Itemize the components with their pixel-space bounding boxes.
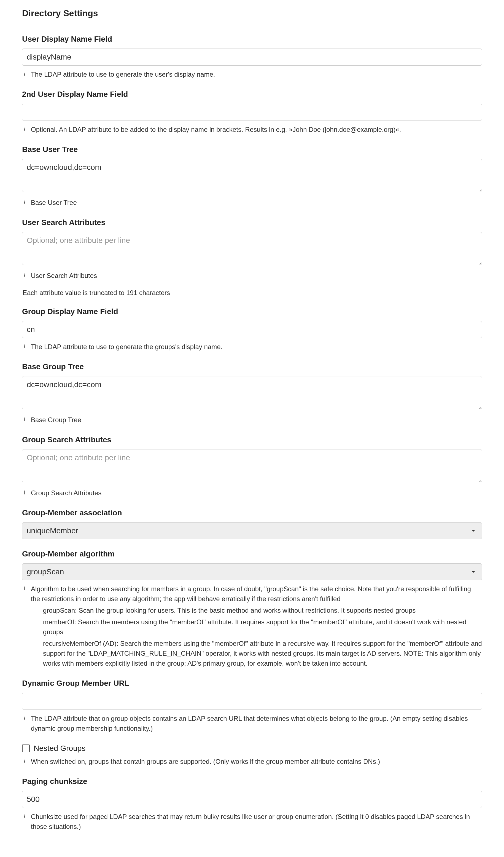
- info-icon: i: [22, 342, 27, 351]
- note-user-search-attributes: Each attribute value is truncated to 191…: [22, 289, 482, 297]
- field-user-display-name-2: 2nd User Display Name Field i Optional. …: [22, 90, 482, 135]
- textarea-user-search-attributes[interactable]: [22, 232, 482, 265]
- label-user-display-name: User Display Name Field: [22, 35, 482, 44]
- help-text: The LDAP attribute to use to generate th…: [31, 69, 215, 80]
- field-group-search-attributes: Group Search Attributes i Group Search A…: [22, 435, 482, 498]
- help-group-display-name: i The LDAP attribute to use to generate …: [22, 342, 482, 352]
- help-text: User Search Attributes: [31, 271, 97, 281]
- select-group-member-association[interactable]: uniqueMember: [22, 522, 482, 539]
- info-icon: i: [22, 69, 27, 78]
- help-base-user-tree: i Base User Tree: [22, 198, 482, 208]
- input-paging-chunksize[interactable]: [22, 791, 482, 808]
- help-user-display-name: i The LDAP attribute to use to generate …: [22, 69, 482, 80]
- settings-form: User Display Name Field i The LDAP attri…: [0, 26, 504, 853]
- help-text: When switched on, groups that contain gr…: [31, 757, 380, 767]
- input-group-display-name[interactable]: [22, 321, 482, 338]
- help-nested-groups: i When switched on, groups that contain …: [22, 757, 482, 767]
- field-paging-chunksize: Paging chunksize i Chunksize used for pa…: [22, 777, 482, 831]
- algorithm-subitem: memberOf: Search the members using the "…: [43, 617, 482, 637]
- textarea-group-search-attributes[interactable]: [22, 449, 482, 482]
- label-base-group-tree: Base Group Tree: [22, 362, 482, 371]
- algorithm-sublist: groupScan: Scan the group looking for us…: [43, 606, 482, 668]
- label-group-member-algorithm: Group-Member algorithm: [22, 550, 482, 558]
- help-text: The LDAP attribute to use to generate th…: [31, 342, 222, 352]
- help-dynamic-group-member-url: i The LDAP attribute that on group objec…: [22, 713, 482, 734]
- page-title: Directory Settings: [22, 8, 504, 18]
- checkbox-nested-groups[interactable]: [22, 744, 30, 752]
- help-paging-chunksize: i Chunksize used for paged LDAP searches…: [22, 812, 482, 831]
- algorithm-subitem: groupScan: Scan the group looking for us…: [43, 606, 482, 616]
- field-dynamic-group-member-url: Dynamic Group Member URL i The LDAP attr…: [22, 679, 482, 734]
- help-text: Base User Tree: [31, 198, 77, 208]
- label-paging-chunksize: Paging chunksize: [22, 777, 482, 786]
- help-text: Base Group Tree: [31, 415, 81, 425]
- help-base-group-tree: i Base Group Tree: [22, 415, 482, 425]
- help-group-member-algorithm: i Algorithm to be used when searching fo…: [22, 584, 482, 604]
- field-base-user-tree: Base User Tree i Base User Tree: [22, 145, 482, 208]
- label-group-search-attributes: Group Search Attributes: [22, 435, 482, 444]
- textarea-base-group-tree[interactable]: [22, 376, 482, 409]
- info-icon: i: [22, 812, 27, 820]
- info-icon: i: [22, 584, 27, 592]
- field-group-member-algorithm: Group-Member algorithm groupScan i Algor…: [22, 550, 482, 668]
- field-group-display-name: Group Display Name Field i The LDAP attr…: [22, 307, 482, 352]
- select-wrap: groupScan: [22, 563, 482, 580]
- help-user-display-name-2: i Optional. An LDAP attribute to be adde…: [22, 124, 482, 135]
- help-group-search-attributes: i Group Search Attributes: [22, 488, 482, 498]
- label-user-search-attributes: User Search Attributes: [22, 218, 482, 227]
- page-header: Directory Settings: [0, 0, 504, 26]
- field-nested-groups: Nested Groups i When switched on, groups…: [22, 744, 482, 767]
- help-text: Group Search Attributes: [31, 488, 101, 498]
- help-text: Chunksize used for paged LDAP searches t…: [31, 812, 482, 831]
- label-group-member-association: Group-Member association: [22, 508, 482, 517]
- info-icon: i: [22, 198, 27, 206]
- select-wrap: uniqueMember: [22, 522, 482, 539]
- info-icon: i: [22, 713, 27, 722]
- info-icon: i: [22, 124, 27, 133]
- field-base-group-tree: Base Group Tree i Base Group Tree: [22, 362, 482, 425]
- help-text: The LDAP attribute that on group objects…: [31, 713, 482, 734]
- input-user-display-name[interactable]: [22, 49, 482, 66]
- input-dynamic-group-member-url[interactable]: [22, 693, 482, 710]
- field-group-member-association: Group-Member association uniqueMember: [22, 508, 482, 539]
- help-text: Optional. An LDAP attribute to be added …: [31, 124, 401, 135]
- info-icon: i: [22, 415, 27, 423]
- info-icon: i: [22, 488, 27, 497]
- field-user-display-name: User Display Name Field i The LDAP attri…: [22, 35, 482, 80]
- field-user-search-attributes: User Search Attributes i User Search Att…: [22, 218, 482, 297]
- help-text: Algorithm to be used when searching for …: [31, 584, 482, 604]
- info-icon: i: [22, 757, 27, 765]
- label-dynamic-group-member-url: Dynamic Group Member URL: [22, 679, 482, 688]
- info-icon: i: [22, 271, 27, 279]
- checkbox-label-nested-groups: Nested Groups: [34, 744, 85, 753]
- algorithm-subitem: recursiveMemberOf (AD): Search the membe…: [43, 639, 482, 668]
- label-user-display-name-2: 2nd User Display Name Field: [22, 90, 482, 99]
- input-user-display-name-2[interactable]: [22, 104, 482, 121]
- textarea-base-user-tree[interactable]: [22, 159, 482, 192]
- help-user-search-attributes: i User Search Attributes: [22, 271, 482, 281]
- label-group-display-name: Group Display Name Field: [22, 307, 482, 316]
- select-group-member-algorithm[interactable]: groupScan: [22, 563, 482, 580]
- label-base-user-tree: Base User Tree: [22, 145, 482, 154]
- checkbox-row-nested-groups[interactable]: Nested Groups: [22, 744, 482, 753]
